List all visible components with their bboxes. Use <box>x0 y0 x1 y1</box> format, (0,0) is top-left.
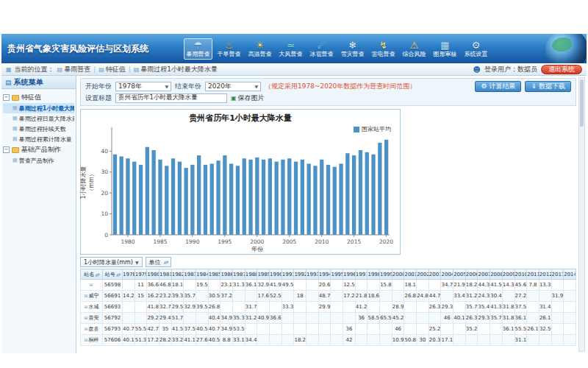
column-header[interactable]: 2002 <box>417 269 429 280</box>
column-header[interactable]: 2007 <box>478 269 490 280</box>
topnav-item-risk[interactable]: ⚠综合风险 <box>400 38 429 60</box>
column-header[interactable]: 2010 <box>514 269 527 280</box>
column-header[interactable]: 1992 <box>294 269 306 280</box>
column-header[interactable]: 2008 <box>490 269 503 280</box>
column-header[interactable]: 1982 <box>171 269 184 280</box>
topnav-item-hail[interactable]: ☄冰雹普查 <box>307 38 336 60</box>
column-header[interactable]: 1999 <box>380 269 392 280</box>
column-header[interactable]: 1990 <box>270 269 282 280</box>
risk-icon: ⚠ <box>401 40 428 51</box>
chart-title-input[interactable]: 贵州省历年1小时最大降水量 <box>115 93 227 103</box>
expand-icon[interactable]: ⊞ <box>84 326 87 331</box>
column-header[interactable]: 站号▲▼ <box>103 269 123 280</box>
value-cell <box>306 302 319 313</box>
vertical-scrollbar[interactable] <box>578 77 585 352</box>
table-row[interactable]: ⊞盘县5679340.755.542.73541.537.540.540.734… <box>81 324 576 335</box>
column-header[interactable]: 2013 <box>551 269 564 280</box>
column-header[interactable]: 2014 <box>564 269 576 280</box>
value-cell: 26.8 <box>208 302 220 313</box>
chart-panel: 贵州省历年1小时最大降水量 国家站平均 1小时降水量（mm） 010203040… <box>80 109 401 255</box>
column-header[interactable]: 1984 <box>196 269 209 280</box>
column-header[interactable]: 1988 <box>245 269 257 280</box>
expand-icon[interactable]: ⊞ <box>84 293 87 298</box>
column-header[interactable]: 2011 <box>527 269 539 280</box>
tree-leaf[interactable]: ▤暴雨过程累计降水量 <box>3 134 74 144</box>
tree-leaf[interactable]: ▤暴雨过程1小时最大降水量 <box>3 103 74 113</box>
column-header[interactable]: 1979 <box>135 269 147 280</box>
column-header[interactable]: 2005 <box>453 269 466 280</box>
column-header[interactable]: 1986 <box>220 269 233 280</box>
tree-folder[interactable]: −基础产品制作 <box>3 144 74 155</box>
column-header[interactable]: 1978 <box>123 269 135 280</box>
collapse-icon[interactable]: − <box>3 146 10 153</box>
column-header[interactable]: 1987 <box>233 269 245 280</box>
unit-select[interactable]: 单位 ▲▼ <box>146 257 172 267</box>
column-header[interactable]: 2000 <box>392 269 404 280</box>
logout-button[interactable]: 退出系统 <box>541 65 582 74</box>
collapse-icon[interactable]: − <box>3 94 10 101</box>
column-header[interactable]: 2001 <box>404 269 417 280</box>
value-cell: 26.3 <box>429 302 441 313</box>
table-row[interactable]: ⊞普安5679229.229.451.740.434.935.331.240.9… <box>81 313 576 324</box>
value-type-select[interactable]: 1小时降水量(mm) ▼ <box>80 257 143 267</box>
save-image-button[interactable]: ▣ 保存图片 <box>231 93 265 103</box>
topnav-item-snow[interactable]: ❄雪灾普查 <box>338 38 367 60</box>
column-header[interactable]: 1993 <box>306 269 319 280</box>
topnav-item-settings[interactable]: ⚙系统设置 <box>462 38 490 60</box>
value-cell: 46.8 <box>159 280 172 291</box>
column-header[interactable]: 1989 <box>257 269 270 280</box>
scrollbar-thumb[interactable] <box>580 79 584 127</box>
column-header[interactable]: 站名▲▼ <box>81 269 103 280</box>
value-cell: 27.6 <box>196 335 209 346</box>
table-row[interactable]: ⊞威宁5669114.21516.223.239.335.730.537.217… <box>81 291 576 302</box>
column-header[interactable]: 2004 <box>441 269 453 280</box>
end-year-select[interactable]: 2020年 ▼ <box>205 82 261 91</box>
download-button[interactable]: ⇓ 数据下载 <box>525 81 571 92</box>
column-header[interactable]: 2009 <box>502 269 514 280</box>
table-row[interactable]: ⊞水城5669341.832.729.532.939.526.831.733.3… <box>81 302 576 313</box>
column-header[interactable]: 1981 <box>159 269 172 280</box>
column-header[interactable]: 2012 <box>539 269 551 280</box>
heat-icon: ☀ <box>246 40 273 51</box>
column-header[interactable]: 1983 <box>184 269 196 280</box>
svg-text:10: 10 <box>101 210 108 217</box>
breadcrumb-item[interactable]: ▤暴雨普查 <box>57 65 91 74</box>
expand-icon[interactable]: ⊞ <box>84 337 87 342</box>
column-header[interactable]: 1996 <box>343 269 356 280</box>
calculate-icon: ⚙ <box>481 82 487 90</box>
expand-icon[interactable]: ⊞ <box>89 282 93 287</box>
topnav-item-wind[interactable]: ≈大风普查 <box>276 38 305 60</box>
column-header[interactable]: 1985 <box>208 269 220 280</box>
tree-folder[interactable]: −特征值 <box>3 92 74 103</box>
topnav-item-rain[interactable]: ☂暴雨普查 <box>184 38 212 60</box>
topnav-item-label: 雷电普查 <box>370 51 397 58</box>
column-header[interactable]: 1980 <box>147 269 159 280</box>
topnav-item-heat[interactable]: ☀高温普查 <box>245 38 274 60</box>
tree-leaf[interactable]: ▤暴雨过程日最大降水量 <box>3 113 74 124</box>
topnav-item-review[interactable]: ▦图形审核 <box>431 38 459 60</box>
expand-icon[interactable]: ⊞ <box>84 304 87 309</box>
tree-leaf[interactable]: ▤暴雨过程持续天数 <box>3 124 74 134</box>
value-cell: 30 <box>417 335 429 346</box>
breadcrumb-item[interactable]: ▤暴雨过程1小时最大降水量 <box>134 65 218 74</box>
tree-leaf[interactable]: ▤普查产品制作 <box>3 155 74 166</box>
column-header[interactable]: 1994 <box>318 269 331 280</box>
table-row[interactable]: ⊞桐梓5760640.151.317.228.233.241.127.640.5… <box>81 335 576 346</box>
column-header[interactable]: 1998 <box>368 269 380 280</box>
breadcrumb-item[interactable]: ▤特征值 <box>98 65 126 74</box>
value-cell: 17.2 <box>343 291 356 302</box>
expand-icon[interactable]: ⊞ <box>84 315 87 320</box>
topnav-item-drought[interactable]: ♨干旱普查 <box>215 38 243 60</box>
start-year-select[interactable]: 1978年 ▼ <box>115 82 171 91</box>
breadcrumb-separator: | <box>93 66 96 73</box>
column-header[interactable]: 1995 <box>331 269 343 280</box>
column-header[interactable]: 1991 <box>282 269 294 280</box>
calculate-button[interactable]: ⚙ 计算结果 <box>475 81 521 92</box>
sort-icon[interactable]: ▲▼ <box>116 272 121 277</box>
topnav-item-lightning[interactable]: ↯雷电普查 <box>369 38 398 60</box>
column-header[interactable]: 1997 <box>355 269 368 280</box>
column-header[interactable]: 2003 <box>429 269 441 280</box>
table-row[interactable]: ⊞565981136.646.818.119.523.131.336.132.9… <box>81 280 576 291</box>
column-header[interactable]: 2006 <box>465 269 478 280</box>
sort-icon[interactable]: ▲▼ <box>95 272 99 277</box>
